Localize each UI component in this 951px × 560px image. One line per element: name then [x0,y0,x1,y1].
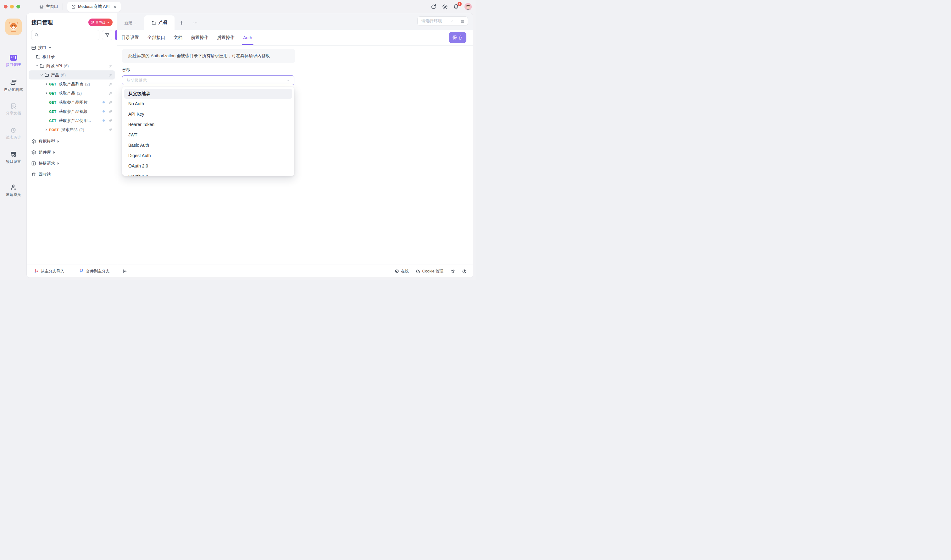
avatar[interactable] [464,3,472,10]
auth-type-select[interactable]: 从父级继承 [122,75,294,85]
dropdown-option-api-key[interactable]: API Key [124,109,292,119]
auth-type-label: 类型 [122,68,469,73]
environment-select[interactable]: 请选择环境 [418,18,457,24]
panel-sections: 数据模型 组件库 快捷请求 [27,136,117,180]
main-window-tab-label: 主窗口 [46,4,58,9]
gear-icon[interactable] [442,4,448,10]
trash-icon [31,172,36,177]
tree-row-root-folder[interactable]: 根目录 [29,52,115,61]
minimize-window-button[interactable] [10,5,14,8]
search-box[interactable] [31,30,99,40]
tree-row-get-product[interactable]: GET 获取产品 (2) [29,89,115,98]
sidebar-item-share-docs[interactable]: 分享文档 [0,102,27,116]
tab-all-apis[interactable]: 全部接口 [148,30,165,45]
section-trash[interactable]: 回收站 [27,169,117,180]
quick-request-icon [31,161,36,166]
dropdown-option-oauth1[interactable]: OAuth 1.0 [124,171,292,176]
link-icon[interactable] [108,64,113,68]
tree-row-post-search-product[interactable]: POST 搜索产品 (2) [29,125,115,134]
refresh-icon[interactable] [430,4,436,10]
tree-row-products[interactable]: 产品 (6) [29,71,115,80]
dropdown-option-bearer-token[interactable]: Bearer Token [124,119,292,130]
fox-logo[interactable] [5,18,22,35]
link-icon[interactable] [108,82,113,86]
link-icon[interactable] [108,128,113,132]
zoom-window-button[interactable] [16,5,20,8]
cookie-manager-button[interactable]: Cookie 管理 [416,269,444,274]
tree-row-mall-api[interactable]: 商城 API (6) [29,61,115,71]
method-badge: GET [49,100,56,104]
sidebar-item-label: 项目设置 [6,159,21,165]
tab-label: 前置操作 [191,35,208,40]
sidebar-item-project-settings[interactable]: 项目设置 [0,151,27,165]
tab-pre-processors[interactable]: 前置操作 [191,30,208,45]
sidebar-item-api-management[interactable]: 接口管理 [0,54,27,68]
new-tab-button[interactable] [174,20,188,25]
project-panel: 接口管理 07w1 [27,13,117,277]
link-icon[interactable] [108,100,113,105]
footer-button-label: 从主分支导入 [41,269,65,274]
tab-more-button[interactable] [188,20,202,25]
tree-row-get-product-video[interactable]: GET 获取参产品视频 [29,107,115,116]
environment-placeholder: 请选择环境 [421,18,442,24]
model-cube-icon [31,139,36,144]
link-icon[interactable] [108,91,113,95]
tab-folder-settings[interactable]: 目录设置 [122,30,139,45]
collapse-sidebar-icon[interactable] [122,269,127,274]
panel-title: 接口管理 [31,19,53,26]
status-bar-right: 在线 Cookie 管理 [395,269,467,274]
branch-badge[interactable]: 07w1 [88,18,113,26]
bell-icon[interactable]: 1 [453,4,459,10]
sidebar-item-automation-test[interactable]: 自动化测试 [0,79,27,92]
link-icon[interactable] [108,118,113,123]
folder-content: 目录设置 全部接口 文档 前置操作 后置操作 Auth 保 存 此处添加的 Au… [117,30,473,277]
tab-auth[interactable]: Auth [243,30,252,45]
dropdown-option-digest-auth[interactable]: Digest Auth [124,151,292,161]
import-from-main-branch-button[interactable]: 从主分支导入 [27,265,72,277]
env-menu-button[interactable] [457,19,468,23]
tree-section-api[interactable]: 接口 [29,43,115,52]
link-icon[interactable] [108,73,113,77]
cookie-manager-label: Cookie 管理 [422,269,444,274]
close-window-button[interactable] [4,5,8,8]
link-icon[interactable] [108,109,113,114]
dropdown-option-jwt[interactable]: JWT [124,130,292,140]
theme-button[interactable] [450,269,455,274]
titlebar-actions: 1 [430,0,472,13]
filter-icon [105,33,110,38]
sidebar-item-request-history[interactable]: 请求历史 [0,127,27,140]
method-badge: GET [49,119,56,123]
tab-post-processors[interactable]: 后置操作 [217,30,234,45]
save-button[interactable]: 保 存 [449,32,466,43]
sidebar-item-invite-member[interactable]: 邀请成员 [0,184,27,197]
chevron-down-icon [287,78,290,82]
dropdown-option-basic-auth[interactable]: Basic Auth [124,140,292,151]
tree-row-count: (6) [64,63,69,68]
dropdown-option-oauth2[interactable]: OAuth 2.0 [124,161,292,171]
tree-row-get-product-list[interactable]: GET 获取产品列表 (2) [29,80,115,89]
section-components[interactable]: 组件库 [27,147,117,158]
project-tab[interactable]: Medusa 商城 API [67,2,121,12]
section-data-models[interactable]: 数据模型 [27,136,117,147]
help-button[interactable] [462,269,467,274]
search-input[interactable] [41,33,96,37]
dropdown-option-inherit[interactable]: 从父级继承 [124,89,292,98]
section-quick-request[interactable]: 快捷请求 [27,158,117,169]
tree-row-label: 获取产品 [59,91,75,96]
folder-icon [44,72,49,77]
tree-row-label: 获取产品列表 [59,82,83,87]
online-status[interactable]: 在线 [395,269,409,274]
tree-row-label: 搜索产品 [61,127,78,132]
filter-button[interactable] [102,30,112,40]
folder-icon [40,63,44,68]
tab-docs[interactable]: 文档 [174,30,182,45]
merge-to-main-branch-button[interactable]: 合并到主分支 [72,265,117,277]
nav-rail: 接口管理 自动化测试 分享文档 请求历史 [0,13,27,279]
dropdown-option-no-auth[interactable]: No Auth [124,98,292,109]
main-window-tab[interactable]: 主窗口 [39,4,58,9]
close-tab-icon[interactable] [113,5,117,9]
doc-tab-new[interactable]: 新建... [117,20,144,26]
tree-row-get-product-image[interactable]: GET 获取参产品图片 [29,98,115,107]
tree-row-get-product-usage[interactable]: GET 获取参产品使用... [29,116,115,125]
doc-tab-products[interactable]: 产品 [144,15,174,30]
